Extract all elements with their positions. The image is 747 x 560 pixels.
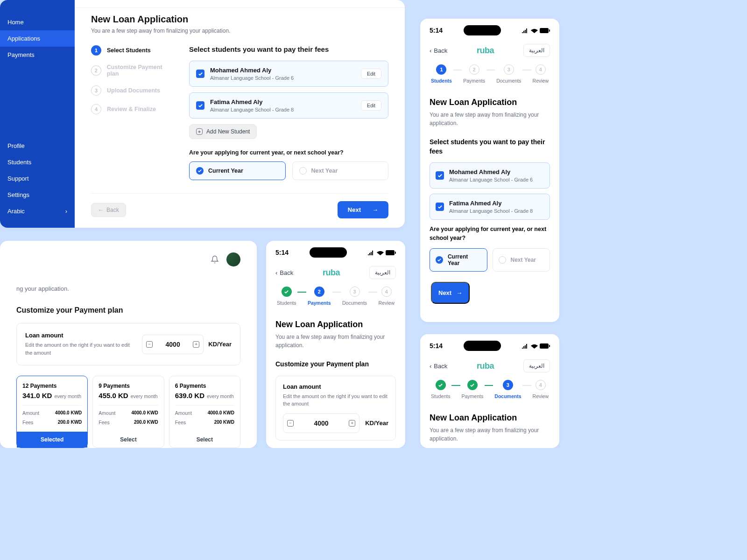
status-icons <box>367 250 396 255</box>
unit-label: KD/Year <box>365 420 388 427</box>
amount-value[interactable]: 4000 <box>156 336 189 353</box>
step-payments[interactable]: 2Payments <box>462 64 486 84</box>
page-subtitle: ng your application. <box>16 285 240 292</box>
nav-applications[interactable]: Applications <box>0 30 75 47</box>
page-subtitle: You are a few step away from finalizing … <box>430 111 550 127</box>
year-question: Are your applying for current year, or n… <box>430 225 550 243</box>
next-year-option[interactable]: Next Year <box>292 161 389 180</box>
svg-rect-0 <box>386 250 395 255</box>
amount-value[interactable]: 4000 <box>297 415 345 432</box>
horizontal-stepper: Students 2Payments 3Documents 4Review <box>266 286 405 314</box>
arrow-left-icon: ← <box>98 207 104 213</box>
section-title: Select students you want to pay their fe… <box>189 45 388 53</box>
step-documents[interactable]: 3Documents <box>493 380 522 399</box>
amount-stepper: − 4000 + <box>142 335 204 354</box>
horizontal-stepper: 1Students 2Payments 3Documents 4Review <box>420 63 559 92</box>
plus-button[interactable]: + <box>345 414 359 433</box>
nav-support[interactable]: Support <box>0 170 75 187</box>
back-button[interactable]: ‹Back <box>430 47 447 54</box>
step-2[interactable]: 2Customize Payment plan <box>91 64 175 77</box>
next-button[interactable]: Next→ <box>338 201 388 218</box>
chevron-right-icon: › <box>65 208 67 215</box>
minus-button[interactable]: − <box>142 335 156 354</box>
avatar[interactable] <box>226 252 240 266</box>
step-payments[interactable]: 2Payments <box>306 287 332 306</box>
next-button[interactable]: Next→ <box>431 282 470 304</box>
checkbox-icon[interactable] <box>196 70 204 78</box>
step-3[interactable]: 3Upload Documents <box>91 85 175 96</box>
arrow-right-icon: → <box>372 206 378 213</box>
page-subtitle: You are a few step away from finalizing … <box>430 426 550 443</box>
loan-label: Loan amount <box>25 332 134 339</box>
svg-rect-5 <box>549 345 550 347</box>
step-students[interactable]: 1Students <box>430 64 453 84</box>
nav-profile[interactable]: Profile <box>0 138 75 154</box>
nav-home[interactable]: Home <box>0 14 75 30</box>
language-button[interactable]: العربية <box>523 44 550 57</box>
nav-language[interactable]: Arabic› <box>0 203 75 219</box>
back-button[interactable]: ‹Back <box>430 363 447 370</box>
arrow-right-icon: → <box>456 289 462 296</box>
page-subtitle: You are a few step away from finalizing … <box>275 333 396 350</box>
step-students[interactable]: Students <box>275 287 297 306</box>
student-row[interactable]: Mohamed Ahmed AlyAlmanar Language School… <box>189 61 388 87</box>
unit-label: KD/Year <box>208 341 232 348</box>
plan-card-9[interactable]: 9 Payments 455.0 KDevery month Amount400… <box>92 376 164 448</box>
vertical-stepper: 1Select Students 2Customize Payment plan… <box>91 45 175 193</box>
minus-button[interactable]: − <box>283 414 297 433</box>
next-year-option[interactable]: Next Year <box>493 248 550 272</box>
nav-settings[interactable]: Settings <box>0 187 75 203</box>
status-bar: 5:14 <box>420 19 559 40</box>
student-row[interactable]: Mohamed Ahmed AlyAlmanar Language School… <box>430 162 550 189</box>
checkbox-icon[interactable] <box>436 203 444 211</box>
step-documents[interactable]: 3Documents <box>341 287 368 306</box>
plus-icon: + <box>196 128 203 135</box>
language-button[interactable]: العربية <box>369 266 396 279</box>
plan-card-6[interactable]: 6 Payments 639.0 KDevery month Amount400… <box>169 376 240 448</box>
back-button[interactable]: ‹Back <box>275 269 293 276</box>
logo: ruba <box>323 268 340 278</box>
logo: ruba <box>477 46 494 56</box>
logo: ruba <box>477 361 494 371</box>
sidebar: Home Applications Payments Profile Stude… <box>0 0 75 228</box>
plus-button[interactable]: + <box>189 335 203 354</box>
svg-rect-1 <box>395 252 396 254</box>
plan-card-12[interactable]: 12 Payments 341.0 KDevery month Amount40… <box>16 376 88 448</box>
nav-payments[interactable]: Payments <box>0 47 75 63</box>
step-4[interactable]: 4Review & Finalize <box>91 104 175 114</box>
step-payments[interactable]: Payments <box>460 380 485 399</box>
step-1[interactable]: 1Select Students <box>91 45 175 56</box>
bell-icon[interactable] <box>211 255 219 264</box>
back-button[interactable]: ←Back <box>91 203 126 217</box>
step-review[interactable]: 4Review <box>531 380 550 399</box>
checkbox-icon[interactable] <box>196 101 204 110</box>
loan-hint: Edit the amount on the right if you want… <box>25 341 134 357</box>
svg-rect-2 <box>540 28 549 33</box>
current-year-option[interactable]: Current Year <box>189 161 286 180</box>
nav-students[interactable]: Students <box>0 154 75 170</box>
horizontal-stepper: Students Payments 3Documents 4Review <box>420 379 559 407</box>
page-title: New Loan Application <box>430 98 550 107</box>
checkbox-icon[interactable] <box>436 171 444 180</box>
edit-button[interactable]: Edit <box>361 100 381 111</box>
notch <box>310 247 347 258</box>
select-button[interactable]: Select <box>93 432 163 448</box>
year-question: Are your applying for current year, or n… <box>189 149 388 156</box>
section-title: Select students you want to pay their fe… <box>430 138 550 156</box>
student-row[interactable]: Fatima Ahmed AlyAlmanar Language School … <box>189 92 388 119</box>
page-title: New Loan Application <box>275 320 396 329</box>
selected-label: Selected <box>17 432 87 448</box>
page-title: New Loan Application <box>91 14 388 25</box>
student-row[interactable]: Fatima Ahmed AlyAlmanar Language School … <box>430 194 550 220</box>
add-student-button[interactable]: +Add New Student <box>189 124 257 139</box>
status-bar: 5:14 <box>266 241 405 262</box>
step-review[interactable]: 4Review <box>377 287 396 306</box>
svg-rect-3 <box>549 29 550 32</box>
edit-button[interactable]: Edit <box>361 69 381 79</box>
step-review[interactable]: 4Review <box>531 64 550 84</box>
select-button[interactable]: Select <box>169 432 240 448</box>
current-year-option[interactable]: Current Year <box>430 248 487 272</box>
language-button[interactable]: العربية <box>523 359 550 372</box>
step-documents[interactable]: 3Documents <box>495 64 522 84</box>
step-students[interactable]: Students <box>430 380 451 399</box>
